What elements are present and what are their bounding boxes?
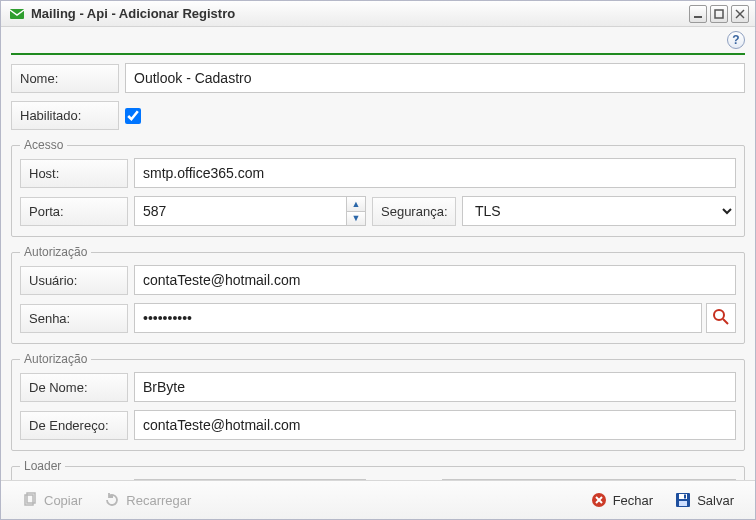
recarregar-button[interactable]: Recarregar	[93, 487, 202, 513]
porta-input[interactable]	[134, 196, 346, 226]
app-window: Mailing - Api - Adicionar Registro ? Nom…	[0, 0, 756, 520]
label-seguranca: Segurança:	[372, 197, 456, 226]
porta-up-button[interactable]: ▲	[347, 197, 365, 212]
label-nome: Nome:	[11, 64, 119, 93]
help-button[interactable]: ?	[727, 31, 745, 49]
legend-loader: Loader	[20, 459, 65, 473]
row-usuario: Usuário:	[20, 265, 736, 295]
close-window-button[interactable]	[731, 5, 749, 23]
svg-rect-0	[10, 9, 24, 19]
reload-icon	[104, 492, 120, 508]
help-row: ?	[1, 27, 755, 49]
copy-icon	[22, 492, 38, 508]
label-de-nome: De Nome:	[20, 373, 128, 402]
window-title: Mailing - Api - Adicionar Registro	[31, 6, 235, 21]
row-de-endereco: De Endereço:	[20, 410, 736, 440]
porta-spinner: ▲ ▼	[134, 196, 366, 226]
usuario-input[interactable]	[134, 265, 736, 295]
label-senha: Senha:	[20, 304, 128, 333]
svg-rect-2	[715, 10, 723, 18]
recarregar-label: Recarregar	[126, 493, 191, 508]
label-habilitado: Habilitado:	[11, 101, 119, 130]
legend-autorizacao-2: Autorização	[20, 352, 91, 366]
host-input[interactable]	[134, 158, 736, 188]
label-usuario: Usuário:	[20, 266, 128, 295]
de-nome-input[interactable]	[134, 372, 736, 402]
porta-down-button[interactable]: ▼	[347, 212, 365, 226]
maximize-button[interactable]	[710, 5, 728, 23]
row-senha: Senha:	[20, 303, 736, 333]
senha-input[interactable]	[134, 303, 702, 333]
seguranca-select[interactable]: TLS	[462, 196, 736, 226]
salvar-label: Salvar	[697, 493, 734, 508]
help-icon: ?	[732, 33, 739, 47]
porta-spinner-buttons: ▲ ▼	[346, 196, 366, 226]
row-host: Host:	[20, 158, 736, 188]
fechar-label: Fechar	[613, 493, 653, 508]
mail-icon	[9, 6, 25, 22]
label-porta: Porta:	[20, 197, 128, 226]
minimize-button[interactable]	[689, 5, 707, 23]
svg-point-5	[714, 310, 724, 320]
row-porta: Porta: ▲ ▼ Segurança: TLS	[20, 196, 736, 226]
legend-acesso: Acesso	[20, 138, 67, 152]
fechar-button[interactable]: Fechar	[580, 487, 664, 513]
accent-divider	[11, 53, 745, 55]
habilitado-checkbox[interactable]	[125, 108, 141, 124]
magnifier-icon	[712, 308, 730, 329]
row-de-nome: De Nome:	[20, 372, 736, 402]
group-autorizacao-from: Autorização De Nome: De Endereço:	[11, 352, 745, 451]
copiar-label: Copiar	[44, 493, 82, 508]
row-habilitado: Habilitado:	[11, 101, 745, 130]
svg-rect-15	[684, 495, 686, 499]
group-autorizacao-credentials: Autorização Usuário: Senha:	[11, 245, 745, 344]
copiar-button[interactable]: Copiar	[11, 487, 93, 513]
svg-rect-14	[679, 501, 687, 506]
nome-input[interactable]	[125, 63, 745, 93]
legend-autorizacao-1: Autorização	[20, 245, 91, 259]
titlebar: Mailing - Api - Adicionar Registro	[1, 1, 755, 27]
de-endereco-input[interactable]	[134, 410, 736, 440]
label-de-endereco: De Endereço:	[20, 411, 128, 440]
group-acesso: Acesso Host: Porta: ▲ ▼ Segurança:	[11, 138, 745, 237]
row-nome: Nome:	[11, 63, 745, 93]
reveal-password-button[interactable]	[706, 303, 736, 333]
label-host: Host:	[20, 159, 128, 188]
group-loader: Loader Intervalo: ▲ ▼ Limite:	[11, 459, 745, 480]
form-area: Nome: Habilitado: Acesso Host: Porta:	[1, 63, 755, 480]
save-icon	[675, 492, 691, 508]
svg-line-6	[723, 319, 728, 324]
bottombar: Copiar Recarregar Fechar Salvar	[1, 480, 755, 519]
close-icon	[591, 492, 607, 508]
salvar-button[interactable]: Salvar	[664, 487, 745, 513]
